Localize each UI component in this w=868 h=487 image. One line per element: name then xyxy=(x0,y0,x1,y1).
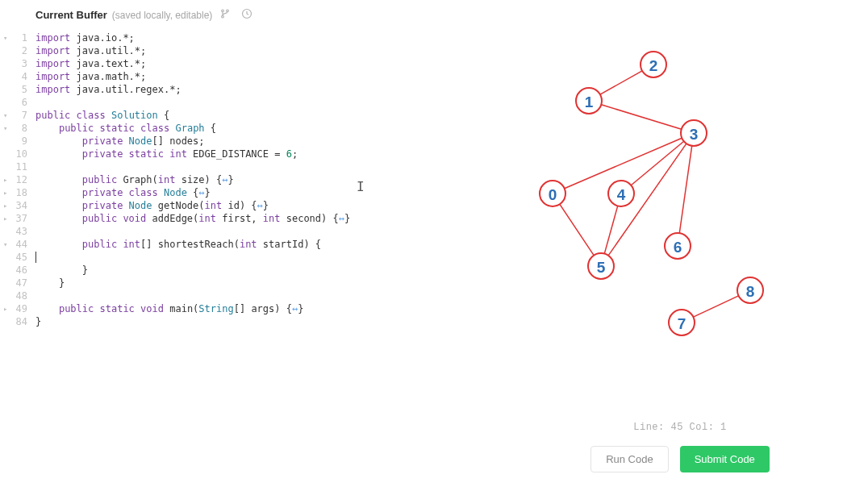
graph-node-7: 7 xyxy=(669,310,695,335)
line-number: 43 xyxy=(0,225,35,238)
line-number: 4 xyxy=(0,70,35,83)
svg-text:1: 1 xyxy=(585,94,594,110)
code-line[interactable]: private class Node {↔} xyxy=(35,186,492,199)
svg-text:5: 5 xyxy=(597,259,606,276)
code-line[interactable]: } xyxy=(35,264,492,277)
code-line[interactable]: private static int EDGE_DISTANCE = 6; xyxy=(35,148,492,160)
text-cursor-icon: I xyxy=(357,181,365,194)
svg-text:8: 8 xyxy=(746,283,755,300)
code-line[interactable]: public static class Graph { xyxy=(35,122,492,135)
code-line[interactable]: private Node getNode(int id) {↔} xyxy=(35,199,492,212)
svg-text:0: 0 xyxy=(549,186,557,203)
line-number: 48 xyxy=(0,289,35,302)
editor-toolbar: Current Buffer (saved locally, editable) xyxy=(0,0,492,30)
status-bar: Line: 45 Col: 1 xyxy=(492,417,868,438)
line-number: 37 xyxy=(0,212,35,225)
graph-edge xyxy=(601,105,681,130)
history-icon[interactable] xyxy=(238,6,256,23)
line-number: 3 xyxy=(0,57,35,70)
line-number: 84 xyxy=(0,315,35,328)
line-number: 8 xyxy=(0,122,35,135)
buffer-title: Current Buffer xyxy=(35,9,107,21)
svg-text:2: 2 xyxy=(649,57,658,74)
line-number: 12 xyxy=(0,173,35,186)
code-line[interactable]: import java.io.*; xyxy=(35,31,492,44)
submit-code-button[interactable]: Submit Code xyxy=(680,446,770,472)
code-line[interactable]: import java.math.*; xyxy=(35,70,492,83)
line-number: 46 xyxy=(0,264,35,277)
line-number: 7 xyxy=(0,109,35,122)
graph-node-4: 4 xyxy=(608,181,634,206)
line-number: 18 xyxy=(0,186,35,199)
code-line[interactable]: import java.text.*; xyxy=(35,57,492,70)
graph-node-3: 3 xyxy=(681,120,707,146)
svg-text:4: 4 xyxy=(617,186,626,203)
code-line[interactable] xyxy=(35,289,492,302)
code-line[interactable]: public class Solution { xyxy=(35,109,492,122)
code-line[interactable]: } xyxy=(35,277,492,289)
code-line[interactable]: public Graph(int size) {↔} xyxy=(35,173,492,186)
graph-edge xyxy=(693,296,738,317)
code-line[interactable]: public void addEdge(int first, int secon… xyxy=(35,212,492,225)
graph-node-8: 8 xyxy=(737,277,763,303)
graph-edge xyxy=(600,71,642,94)
code-editor[interactable]: 1234567891011121834374344454647484984 im… xyxy=(0,30,492,487)
code-line[interactable] xyxy=(35,225,492,238)
line-number: 45 xyxy=(0,251,35,264)
code-line[interactable]: } xyxy=(35,315,492,328)
line-number: 5 xyxy=(0,83,35,96)
code-line[interactable]: public static void main(String[] args) {… xyxy=(35,302,492,315)
code-line[interactable]: public int[] shortestReach(int startId) … xyxy=(35,238,492,251)
code-line[interactable] xyxy=(35,96,492,109)
line-number: 49 xyxy=(0,302,35,315)
line-number: 10 xyxy=(0,148,35,160)
svg-text:6: 6 xyxy=(674,239,682,256)
graph-node-2: 2 xyxy=(641,52,666,77)
line-number: 11 xyxy=(0,160,35,173)
graph-node-1: 1 xyxy=(576,88,602,114)
graph-edge xyxy=(560,204,594,255)
line-number: 1 xyxy=(0,31,35,44)
graph-edge xyxy=(631,141,683,185)
graph-edge xyxy=(604,206,617,253)
line-number: 44 xyxy=(0,238,35,251)
graph-node-5: 5 xyxy=(588,253,614,279)
run-code-button[interactable]: Run Code xyxy=(590,446,669,472)
svg-text:3: 3 xyxy=(690,126,699,143)
graph-diagram: 012345678 xyxy=(492,32,868,371)
code-line[interactable] xyxy=(35,251,492,264)
line-number: 6 xyxy=(0,96,35,109)
svg-text:7: 7 xyxy=(678,315,686,332)
line-number: 34 xyxy=(0,199,35,212)
code-line[interactable]: private Node[] nodes; xyxy=(35,135,492,148)
graph-node-6: 6 xyxy=(665,233,691,259)
graph-node-0: 0 xyxy=(540,181,565,206)
graph-edge xyxy=(679,146,691,233)
line-number: 9 xyxy=(0,135,35,148)
buffer-subtitle: (saved locally, editable) xyxy=(112,10,213,21)
line-number: 47 xyxy=(0,277,35,289)
code-line[interactable]: import java.util.regex.*; xyxy=(35,83,492,96)
branch-icon[interactable] xyxy=(217,6,233,23)
line-number: 2 xyxy=(0,44,35,57)
code-line[interactable]: import java.util.*; xyxy=(35,44,492,57)
code-line[interactable] xyxy=(35,160,492,173)
